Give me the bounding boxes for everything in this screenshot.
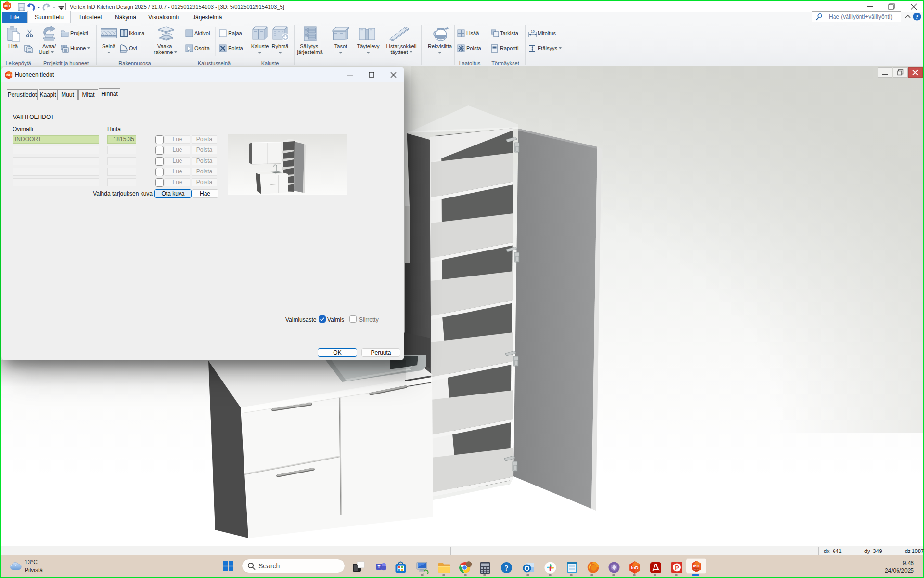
svg-text:?: ? [916,13,919,20]
svg-text:InD: InD [693,564,700,568]
svg-text:2025: 2025 [694,568,699,571]
svg-text:?: ? [505,564,509,572]
svg-text:T: T [378,564,381,569]
svg-text:InD: InD [631,565,638,570]
svg-text:InD: InD [6,73,12,77]
svg-text:InD: InD [4,4,10,8]
svg-text:10: 10 [531,30,535,33]
svg-text:P: P [675,565,679,571]
